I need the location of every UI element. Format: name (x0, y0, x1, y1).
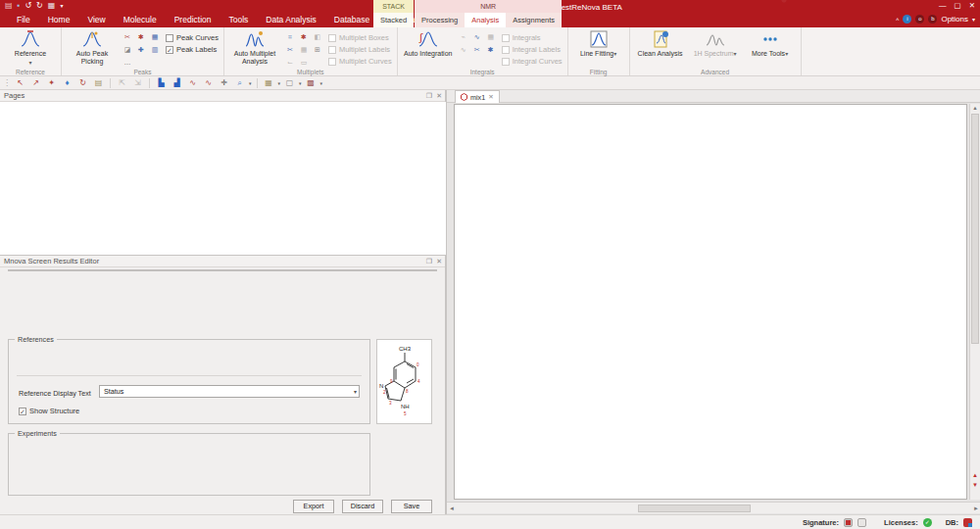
scrollbar-thumb[interactable] (971, 114, 979, 344)
mini-tool-icon[interactable]: ⌙ (284, 57, 296, 68)
clipboard-icon[interactable] (858, 518, 866, 527)
document-tab-mix1[interactable]: mix1 ✕ (455, 90, 500, 103)
close-tab-icon[interactable]: ✕ (488, 93, 493, 101)
menu-file[interactable]: File (8, 14, 39, 25)
auto-integration-button[interactable]: ∫ Auto Integration (403, 29, 454, 67)
license-status-icon[interactable]: ✓ (923, 518, 932, 527)
checkbox-integrals[interactable]: Integrals (502, 33, 563, 42)
peaks-view-icon[interactable]: ▙ (155, 78, 168, 87)
mini-tool-icon[interactable]: ✱ (298, 31, 310, 42)
undo-icon[interactable]: ↺ (24, 1, 31, 10)
discard-button[interactable]: Discard (342, 500, 383, 513)
menu-database[interactable]: Database (325, 14, 378, 25)
mini-tool-icon[interactable]: ⌗ (284, 31, 296, 42)
layout-icon[interactable]: ▦ (263, 78, 275, 87)
zoom-down-icon[interactable]: ▼ (972, 482, 978, 488)
copy-page-icon[interactable]: ▤ (92, 78, 105, 87)
scroll-left-icon[interactable]: ◄ (449, 503, 455, 514)
checkbox-peak-curves[interactable]: Peak Curves (166, 33, 219, 42)
mini-tool-icon[interactable]: ⊞ (312, 44, 323, 55)
scroll-right-icon[interactable]: ► (973, 503, 979, 514)
checkbox-multiplet-boxes[interactable]: Multiplet Boxes (328, 33, 392, 42)
curve-icon[interactable]: ∿ (186, 78, 199, 87)
pan-hand-icon[interactable]: ✦ (45, 78, 58, 87)
more-tools-button[interactable]: More Tools▾ (745, 29, 796, 67)
expand-icon[interactable]: ⇱ (116, 78, 128, 87)
reference-button[interactable]: Reference ▾ (5, 29, 56, 67)
mini-tool-icon[interactable]: ▭ (298, 57, 310, 68)
mini-tool-icon[interactable]: … (122, 57, 133, 68)
pin-icon[interactable]: ♦ (61, 78, 74, 87)
options-button[interactable]: Options (941, 15, 968, 24)
minimize-icon[interactable]: — (939, 1, 947, 10)
menu-tools[interactable]: Tools (220, 14, 258, 25)
select-alt-icon[interactable]: ↗ (29, 78, 42, 87)
close-panel-icon[interactable]: ✕ (436, 90, 442, 102)
clean-analysis-button[interactable]: Clean Analysis (635, 29, 686, 67)
mini-tool-icon[interactable]: ▦ (149, 31, 161, 42)
vertical-scrollbar[interactable]: ▲ ▲ ▼ (969, 104, 980, 500)
float-panel-icon[interactable]: ❐ (426, 90, 432, 102)
dropdown-arrow-icon[interactable]: ▾ (320, 80, 323, 86)
checkbox-integral-curves[interactable]: Integral Curves (502, 57, 563, 66)
mini-tool-icon[interactable]: ▦ (485, 31, 497, 42)
auto-multiplet-analysis-button[interactable]: Auto Multiplet Analysis (229, 29, 280, 67)
print-icon[interactable]: ▦ (48, 1, 56, 10)
menu-prediction[interactable]: Prediction (166, 14, 220, 25)
mini-tool-icon[interactable]: ◧ (312, 31, 323, 42)
mini-tool-icon[interactable]: ✂ (284, 44, 296, 55)
dropdown-arrow-icon[interactable]: ▾ (278, 80, 281, 86)
menu-home[interactable]: Home (39, 14, 79, 25)
tab-assignments[interactable]: Assignments (506, 13, 562, 27)
peaks-view2-icon[interactable]: ▟ (171, 78, 183, 87)
mini-tool-icon[interactable]: ✚ (135, 44, 147, 55)
tab-processing[interactable]: Processing (415, 13, 465, 27)
user-icon[interactable]: b (928, 15, 937, 24)
show-structure-checkbox[interactable]: Show Structure (19, 407, 79, 415)
dropdown-arrow-icon[interactable]: ▾ (249, 80, 252, 86)
signature-icon[interactable] (844, 518, 853, 527)
export-button[interactable]: Export (293, 500, 334, 513)
grid-icon[interactable]: ▩ (305, 78, 318, 87)
tab-stacked[interactable]: Stacked (373, 13, 414, 27)
open-icon[interactable]: ▤ (5, 1, 13, 10)
toolbar-handle[interactable]: ⋮ (3, 78, 11, 87)
save-button[interactable]: Save (391, 500, 432, 513)
float-panel-icon[interactable]: ❐ (426, 256, 432, 267)
rotate-icon[interactable]: ↻ (76, 78, 89, 87)
zoom-icon[interactable]: ⌕ (233, 78, 246, 88)
menu-data-analysis[interactable]: Data Analysis (257, 14, 325, 25)
auto-peak-picking-button[interactable]: Auto Peak Picking (67, 29, 118, 67)
crosshair-icon[interactable]: ✛ (218, 78, 230, 87)
mini-tool-icon[interactable]: ⌁ (458, 31, 469, 42)
pages-stack-view[interactable] (0, 102, 446, 255)
mini-tool-icon[interactable]: ▦ (298, 44, 310, 55)
select-arrow-icon[interactable]: ↖ (14, 78, 26, 87)
mini-tool-icon[interactable]: ▥ (149, 44, 161, 55)
mini-tool-icon[interactable]: ✱ (485, 44, 497, 55)
database-icon[interactable] (963, 518, 972, 527)
mini-tool-icon[interactable]: ✂ (471, 44, 483, 55)
curve2-icon[interactable]: ∿ (202, 78, 215, 87)
notifications-icon[interactable]: o (915, 15, 924, 24)
mini-tool-icon[interactable]: ◪ (122, 44, 133, 55)
menu-view[interactable]: View (78, 14, 114, 25)
checkbox-multiplet-labels[interactable]: Multiplet Labels (328, 45, 392, 54)
close-icon[interactable]: ✕ (969, 1, 975, 10)
reference-display-text-select[interactable]: Status ▾ (99, 385, 360, 398)
close-panel-icon[interactable]: ✕ (436, 256, 442, 267)
mini-tool-icon[interactable]: ∿ (458, 44, 469, 55)
mini-tool-icon[interactable]: ✂ (122, 31, 133, 42)
save-icon[interactable]: ▪ (18, 1, 21, 10)
checkbox-multiplet-curves[interactable]: Multiplet Curves (328, 57, 392, 66)
checkbox-integral-labels[interactable]: Integral Labels (502, 45, 563, 54)
scroll-up-icon[interactable]: ▲ (970, 105, 980, 111)
menu-molecule[interactable]: Molecule (115, 14, 166, 25)
zoom-up-icon[interactable]: ▲ (972, 472, 978, 478)
shrink-icon[interactable]: ⇲ (131, 78, 144, 87)
mini-tool-icon[interactable]: ✱ (135, 31, 147, 42)
horizontal-scrollbar[interactable]: ◄ ► (447, 502, 980, 513)
restore-icon[interactable]: ▢ (955, 1, 961, 10)
checkbox-peak-labels[interactable]: Peak Labels (166, 45, 219, 54)
spectrum-page[interactable] (454, 104, 967, 500)
